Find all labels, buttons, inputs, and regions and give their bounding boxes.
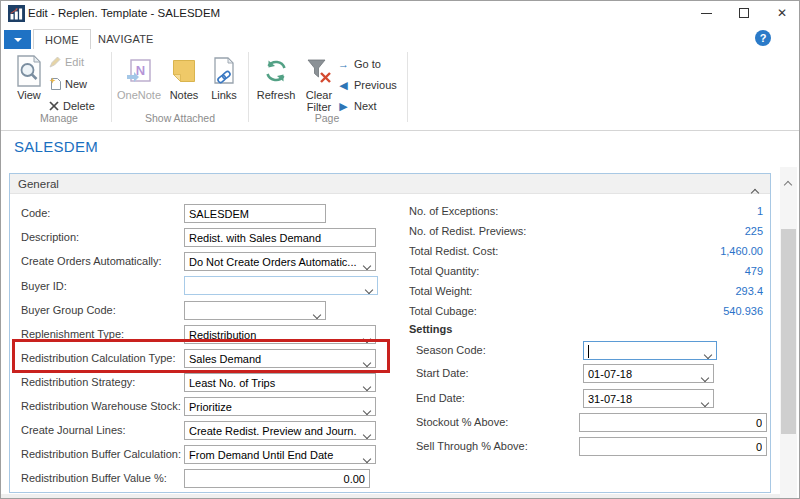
stockout-pct-above-label: Stockout % Above:	[416, 416, 508, 428]
redistribution-buffer-value-input[interactable]: 0.00	[184, 469, 370, 488]
start-date-select[interactable]: 01-07-18	[583, 364, 714, 383]
description-input[interactable]: Redist. with Sales Demand	[184, 228, 376, 247]
replenishment-type-label: Replenishment Type:	[21, 328, 124, 340]
collapse-chevron-icon[interactable]	[752, 182, 758, 202]
help-icon[interactable]: ?	[755, 30, 771, 46]
refresh-button[interactable]: Refresh	[251, 53, 301, 101]
buyer-group-code-select[interactable]	[184, 301, 326, 320]
refresh-icon	[263, 53, 289, 89]
stat-row: No. of Exceptions: 1	[409, 205, 763, 220]
chevron-down-icon[interactable]	[705, 348, 711, 360]
chevron-down-icon[interactable]	[314, 308, 320, 320]
ribbon-tab-strip: HOME NAVIGATE ?	[1, 27, 800, 49]
total-redist-cost-label: Total Redist. Cost:	[409, 245, 498, 257]
stat-row: No. of Redist. Previews: 225	[409, 225, 763, 240]
total-quantity-label: Total Quantity:	[409, 265, 479, 277]
stat-row: Total Redist. Cost: 1,460.00	[409, 245, 763, 260]
scrollbar-thumb[interactable]	[781, 229, 796, 434]
chevron-down-icon[interactable]	[702, 396, 708, 408]
chevron-down-icon[interactable]	[364, 332, 370, 344]
window-title: Edit - Replen. Template - SALESDEM	[28, 7, 220, 19]
tab-navigate[interactable]: NAVIGATE	[87, 29, 165, 49]
total-quantity-value[interactable]: 479	[745, 265, 763, 277]
maximize-button[interactable]	[725, 1, 763, 25]
chevron-down-icon[interactable]	[364, 404, 370, 416]
tab-home[interactable]: HOME	[33, 29, 91, 49]
links-document-icon	[212, 53, 236, 89]
previous-button-label: Previous	[354, 79, 397, 91]
view-document-icon	[15, 53, 43, 89]
general-fasttab-header[interactable]: General	[10, 174, 770, 194]
create-orders-automatically-select[interactable]: Do Not Create Orders Automatic...	[184, 252, 376, 271]
go-to-button[interactable]: → Go to	[337, 55, 381, 73]
ribbon-separator	[407, 52, 408, 122]
total-redist-cost-value[interactable]: 1,460.00	[720, 245, 763, 257]
redistribution-warehouse-stock-select[interactable]: Prioritize	[184, 397, 376, 416]
go-to-arrow-icon: →	[337, 58, 350, 70]
notes-button-label: Notes	[170, 89, 199, 101]
app-window: Edit - Replen. Template - SALESDEM ✕ HOM…	[0, 0, 800, 499]
maximize-icon	[739, 8, 749, 18]
scrollbar-up-arrow-icon[interactable]	[785, 174, 791, 192]
start-date-label: Start Date:	[416, 367, 469, 379]
vertical-scrollbar[interactable]	[780, 167, 797, 499]
application-menu-button[interactable]	[4, 30, 31, 49]
view-button[interactable]: View	[9, 53, 49, 101]
links-button[interactable]: Links	[205, 53, 243, 101]
redistribution-calculation-type-select[interactable]: Sales Demand	[184, 349, 376, 368]
code-label: Code:	[21, 207, 50, 219]
total-cubage-value[interactable]: 540.936	[723, 305, 763, 317]
season-code-select[interactable]	[583, 341, 717, 360]
close-button[interactable]: ✕	[763, 1, 800, 25]
redistribution-strategy-label: Redistribution Strategy:	[21, 376, 135, 388]
chevron-down-icon[interactable]	[366, 283, 372, 295]
show-attached-group-label: Show Attached	[113, 112, 247, 124]
chevron-down-icon[interactable]	[364, 356, 370, 368]
window-footer-strip	[1, 494, 780, 499]
chevron-down-icon[interactable]	[364, 259, 370, 271]
create-orders-automatically-label: Create Orders Automatically:	[21, 255, 162, 267]
delete-button-label: Delete	[63, 100, 95, 112]
stat-row: Total Weight: 293.4	[409, 285, 763, 300]
ribbon-separator	[111, 52, 112, 122]
minimize-button[interactable]	[687, 1, 725, 25]
clear-filter-button[interactable]: Clear Filter	[301, 53, 337, 113]
sell-through-pct-above-input[interactable]: 0	[579, 437, 767, 456]
no-of-redist-previews-value[interactable]: 225	[745, 225, 763, 237]
total-weight-value[interactable]: 293.4	[735, 285, 763, 297]
buyer-id-select[interactable]	[184, 276, 378, 295]
notes-button[interactable]: Notes	[165, 53, 203, 101]
settings-subheader: Settings	[409, 323, 452, 335]
new-button[interactable]: New	[49, 75, 87, 93]
redistribution-buffer-calculation-select[interactable]: From Demand Until End Date	[184, 445, 376, 464]
chevron-down-icon	[14, 38, 22, 42]
no-of-redist-previews-label: No. of Redist. Previews:	[409, 225, 526, 237]
chevron-down-icon[interactable]	[364, 452, 370, 464]
stat-row: Total Quantity: 479	[409, 265, 763, 280]
create-journal-lines-select[interactable]: Create Redist. Preview and Journ...	[184, 421, 376, 440]
refresh-button-label: Refresh	[257, 89, 296, 101]
next-button-label: Next	[354, 100, 377, 112]
code-input[interactable]: SALESDEM	[184, 204, 326, 223]
no-of-exceptions-label: No. of Exceptions:	[409, 205, 498, 217]
edit-button[interactable]: Edit	[49, 53, 84, 71]
description-label: Description:	[21, 231, 79, 243]
go-to-button-label: Go to	[354, 58, 381, 70]
previous-button[interactable]: ◀ Previous	[337, 76, 397, 94]
page-group-label: Page	[249, 112, 405, 124]
redistribution-strategy-select[interactable]: Least No. of Trips	[184, 373, 376, 392]
chevron-down-icon[interactable]	[702, 371, 708, 383]
stockout-pct-above-input[interactable]: 0	[579, 413, 767, 432]
no-of-exceptions-value[interactable]: 1	[757, 205, 763, 217]
onenote-button-label: OneNote	[117, 89, 161, 101]
redistribution-warehouse-stock-label: Redistribution Warehouse Stock:	[21, 400, 181, 412]
replenishment-type-select[interactable]: Redistribution	[184, 325, 376, 344]
redistribution-buffer-value-label: Redistribution Buffer Value %:	[21, 472, 167, 484]
pencil-icon	[49, 56, 61, 68]
chevron-down-icon[interactable]	[364, 428, 370, 440]
text-cursor	[588, 345, 589, 358]
onenote-button[interactable]: N OneNote	[113, 53, 165, 101]
chevron-down-icon[interactable]	[364, 380, 370, 392]
season-code-label: Season Code:	[416, 344, 486, 356]
end-date-select[interactable]: 31-07-18	[583, 389, 714, 408]
